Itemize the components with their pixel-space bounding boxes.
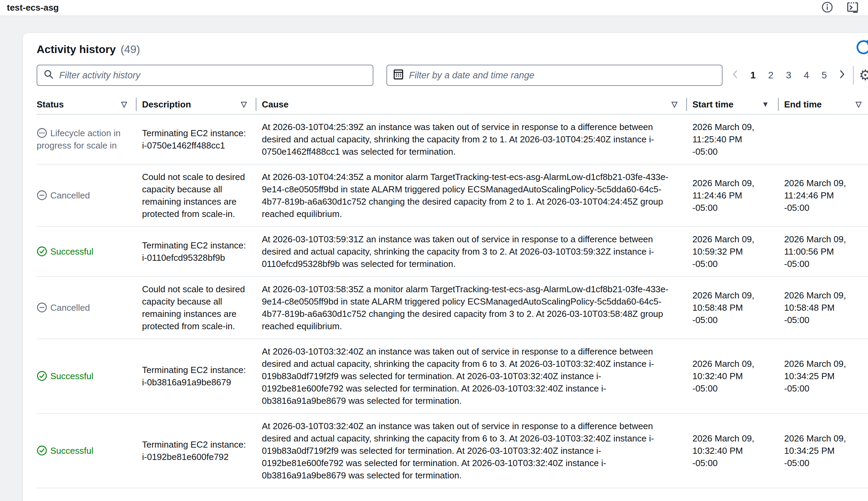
description-cell: Terminating EC2 instance: i-0110efcd9532… bbox=[136, 233, 256, 270]
start-time-cell: 2026 March 09, 10:58:48 PM -05:00 bbox=[686, 283, 778, 332]
cloudshell-icon bbox=[846, 1, 859, 15]
cause-cell: At 2026-03-10T04:25:39Z an instance was … bbox=[256, 115, 686, 164]
sort-icon: ▽ bbox=[856, 100, 861, 109]
cause-cell: At 2026-03-10T03:59:31Z an instance was … bbox=[256, 227, 686, 276]
start-time-cell: 2026 March 09, 10:32:40 PM -05:00 bbox=[686, 351, 778, 401]
cancelled-icon bbox=[36, 302, 50, 313]
success-check-icon bbox=[36, 371, 50, 381]
preferences-button[interactable]: ⚙ bbox=[856, 66, 868, 85]
table-header-row: Status▽Description▽Cause▽Start time▼End … bbox=[36, 95, 868, 115]
table-row: SuccessfulTerminating EC2 instance: i-01… bbox=[36, 414, 868, 488]
cause-cell: At 2026-03-10T03:32:40Z an instance was … bbox=[256, 339, 686, 413]
start-time-cell: 2026 March 09, 10:59:32 PM -05:00 bbox=[686, 227, 778, 276]
column-header-end-time[interactable]: End time▽ bbox=[778, 95, 868, 114]
gear-icon: ⚙ bbox=[859, 68, 868, 83]
pagination-next[interactable] bbox=[833, 66, 851, 85]
pagination-prev[interactable] bbox=[726, 66, 744, 85]
chevron-left-icon bbox=[731, 69, 739, 82]
column-header-start-time[interactable]: Start time▼ bbox=[686, 95, 778, 114]
column-label: Status bbox=[36, 99, 64, 110]
end-time-cell: 2026 March 09, 10:34:25 PM -05:00 bbox=[778, 351, 868, 401]
column-header-status[interactable]: Status▽ bbox=[36, 95, 136, 114]
column-header-description[interactable]: Description▽ bbox=[136, 95, 256, 114]
page-title: test-ecs-asg bbox=[7, 2, 59, 13]
header-actions bbox=[822, 1, 861, 15]
cancelled-icon bbox=[36, 190, 50, 201]
column-label: Start time bbox=[693, 99, 733, 110]
status-cell: Cancelled bbox=[36, 295, 136, 320]
status-cell: Cancelled bbox=[36, 183, 136, 208]
end-time-cell: 2026 March 09, 10:34:25 PM -05:00 bbox=[778, 426, 868, 475]
description-cell: Terminating EC2 instance: i-0192be81e600… bbox=[136, 432, 256, 469]
pagination-page-5[interactable]: 5 bbox=[815, 66, 833, 85]
date-range-input[interactable] bbox=[408, 70, 716, 81]
search-input[interactable] bbox=[58, 70, 367, 81]
column-label: Description bbox=[142, 99, 191, 110]
chevron-right-icon bbox=[838, 69, 846, 82]
sort-icon: ▽ bbox=[121, 100, 127, 109]
pagination-page-4[interactable]: 4 bbox=[797, 66, 815, 85]
date-range-input-wrap bbox=[386, 65, 722, 86]
success-check-icon bbox=[36, 446, 50, 456]
column-header-cause[interactable]: Cause▽ bbox=[256, 95, 686, 114]
column-label: End time bbox=[784, 99, 822, 110]
success-check-icon bbox=[36, 246, 50, 257]
sort-desc-icon: ▼ bbox=[762, 100, 769, 109]
status-cell: Successful bbox=[36, 364, 136, 388]
cloudshell-button[interactable] bbox=[846, 1, 859, 15]
table-body: Lifecycle action in progress for scale i… bbox=[36, 115, 868, 488]
end-time-cell: 2026 March 09, 11:24:46 PM -05:00 bbox=[778, 171, 868, 220]
pagination-page-3[interactable]: 3 bbox=[780, 66, 797, 85]
status-cell: Lifecycle action in progress for scale i… bbox=[36, 121, 136, 158]
panel-title: Activity history bbox=[36, 43, 116, 56]
panel-header: Activity history (49) bbox=[36, 43, 868, 56]
column-label: Cause bbox=[262, 99, 289, 110]
activity-count: (49) bbox=[120, 43, 140, 56]
sort-icon: ▽ bbox=[241, 100, 247, 109]
description-cell: Terminating EC2 instance: i-0b3816a91a9b… bbox=[136, 358, 256, 395]
calendar-icon bbox=[393, 69, 404, 82]
description-cell: Terminating EC2 instance: i-0750e1462ff4… bbox=[136, 121, 256, 158]
table-row: CancelledCould not scale to desired capa… bbox=[36, 277, 868, 339]
search-input-wrap bbox=[36, 65, 373, 86]
refresh-icon bbox=[855, 39, 868, 56]
description-cell: Could not scale to desired capacity beca… bbox=[136, 164, 256, 226]
end-time-cell: 2026 March 09, 11:00:56 PM -05:00 bbox=[778, 227, 868, 276]
cause-cell: At 2026-03-10T03:32:40Z an instance was … bbox=[256, 414, 686, 488]
info-icon bbox=[822, 1, 833, 14]
page-header: test-ecs-asg bbox=[0, 0, 868, 16]
start-time-cell: 2026 March 09, 11:24:46 PM -05:00 bbox=[686, 171, 778, 220]
sort-icon: ▽ bbox=[672, 100, 677, 109]
end-time-cell: 2026 March 09, 10:58:48 PM -05:00 bbox=[778, 283, 868, 332]
activity-history-table: Status▽Description▽Cause▽Start time▼End … bbox=[36, 95, 868, 488]
status-cell: Successful bbox=[36, 239, 136, 264]
status-cell: Successful bbox=[36, 438, 136, 463]
in-progress-icon bbox=[36, 128, 50, 138]
description-cell: Could not scale to desired capacity beca… bbox=[136, 277, 256, 339]
activity-history-panel: Activity history (49) bbox=[23, 32, 868, 501]
search-icon bbox=[43, 69, 54, 82]
refresh-button[interactable] bbox=[855, 39, 868, 56]
pagination-page-1[interactable]: 1 bbox=[744, 66, 762, 85]
start-time-cell: 2026 March 09, 10:32:40 PM -05:00 bbox=[686, 426, 778, 475]
cause-cell: At 2026-03-10T04:24:35Z a monitor alarm … bbox=[256, 164, 686, 226]
pagination: 12345⚙ bbox=[726, 65, 868, 86]
pagination-divider bbox=[853, 66, 854, 85]
end-time-cell bbox=[778, 133, 868, 146]
start-time-cell: 2026 March 09, 11:25:40 PM -05:00 bbox=[686, 115, 778, 164]
cause-cell: At 2026-03-10T03:58:35Z a monitor alarm … bbox=[256, 277, 686, 339]
table-row: SuccessfulTerminating EC2 instance: i-0b… bbox=[36, 339, 868, 414]
table-row: CancelledCould not scale to desired capa… bbox=[36, 164, 868, 227]
filter-row: 12345⚙ bbox=[36, 65, 868, 86]
info-button[interactable] bbox=[822, 1, 833, 14]
table-row: Lifecycle action in progress for scale i… bbox=[36, 115, 868, 164]
pagination-page-2[interactable]: 2 bbox=[762, 66, 780, 85]
table-row: SuccessfulTerminating EC2 instance: i-01… bbox=[36, 227, 868, 277]
